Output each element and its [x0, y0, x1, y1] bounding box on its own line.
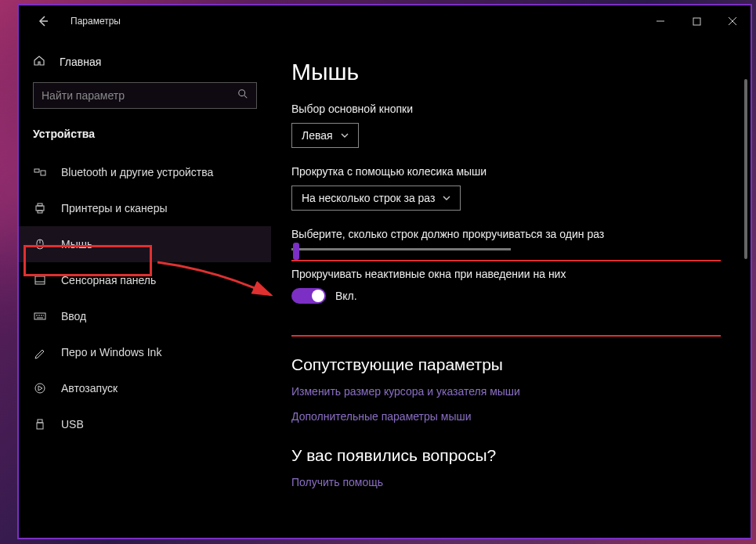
sidebar-item-printers[interactable]: Принтеры и сканеры	[19, 190, 271, 226]
chevron-down-icon	[443, 194, 450, 202]
link-get-help[interactable]: Получить помощь	[291, 476, 721, 488]
settings-window: Параметры Главная Устр	[17, 4, 752, 539]
toggle-state-label: Вкл.	[335, 290, 357, 302]
chevron-down-icon	[341, 131, 349, 139]
sidebar-item-autoplay[interactable]: Автозапуск	[19, 370, 271, 406]
lines-per-scroll-label: Выберите, сколько строк должно прокручив…	[291, 228, 721, 240]
sidebar-item-label: Сенсорная панель	[61, 274, 156, 286]
app-title: Параметры	[71, 16, 121, 27]
sidebar-item-usb[interactable]: USB	[19, 406, 271, 442]
sidebar-item-mouse[interactable]: Мышь	[19, 226, 271, 262]
home-icon	[33, 54, 45, 70]
page-title: Мышь	[291, 59, 721, 85]
scroll-method-label: Прокрутка с помощью колесика мыши	[291, 165, 721, 178]
dropdown-value: Левая	[302, 129, 333, 142]
pen-icon	[33, 345, 47, 359]
arrow-left-icon	[37, 15, 49, 27]
svg-rect-11	[38, 420, 42, 423]
bluetooth-icon	[33, 165, 47, 179]
svg-rect-3	[41, 171, 45, 175]
svg-rect-9	[34, 313, 45, 319]
sidebar-item-bluetooth[interactable]: Bluetooth и другие устройства	[19, 154, 271, 190]
sidebar-item-label: Bluetooth и другие устройства	[61, 166, 213, 178]
sidebar-item-typing[interactable]: Ввод	[19, 298, 271, 334]
svg-rect-12	[37, 423, 43, 429]
lines-slider[interactable]	[291, 248, 511, 250]
sidebar-nav: Bluetooth и другие устройства Принтеры и…	[19, 154, 271, 442]
content-area: Мышь Выбор основной кнопки Левая Прокрут…	[271, 37, 751, 538]
maximize-button[interactable]	[678, 5, 714, 37]
svg-rect-6	[38, 211, 42, 213]
inactive-scroll-label: Прокручивать неактивные окна при наведен…	[291, 268, 721, 280]
scroll-method-dropdown[interactable]: На несколько строк за раз	[291, 186, 461, 211]
sidebar-section-title: Устройства	[19, 120, 271, 154]
sidebar-home[interactable]: Главная	[19, 45, 271, 79]
minimize-button[interactable]	[642, 5, 678, 37]
maximize-icon	[693, 17, 701, 26]
questions-title: У вас появились вопросы?	[291, 446, 721, 465]
sidebar-home-label: Главная	[60, 56, 101, 68]
svg-point-10	[35, 384, 45, 393]
sidebar-item-label: Мышь	[61, 238, 92, 250]
usb-icon	[33, 417, 47, 431]
sidebar-item-touchpad[interactable]: Сенсорная панель	[19, 262, 271, 298]
search-box[interactable]	[33, 82, 257, 109]
search-icon	[237, 88, 248, 103]
primary-button-dropdown[interactable]: Левая	[291, 123, 359, 148]
toggle-knob	[312, 290, 324, 302]
touchpad-icon	[33, 273, 47, 287]
printer-icon	[33, 201, 47, 215]
close-button[interactable]	[714, 5, 751, 37]
primary-button-label: Выбор основной кнопки	[291, 103, 721, 115]
sidebar-item-label: Принтеры и сканеры	[61, 202, 167, 214]
svg-point-1	[239, 90, 245, 96]
slider-thumb[interactable]	[293, 243, 299, 260]
close-icon	[728, 16, 737, 26]
svg-rect-8	[35, 276, 45, 284]
sidebar-item-pen[interactable]: Перо и Windows Ink	[19, 334, 271, 370]
sidebar-item-label: Перо и Windows Ink	[61, 346, 161, 358]
keyboard-icon	[33, 309, 47, 323]
autoplay-icon	[33, 381, 47, 395]
dropdown-value: На несколько строк за раз	[302, 192, 435, 204]
svg-rect-4	[36, 206, 44, 211]
sidebar-item-label: Ввод	[61, 310, 86, 322]
sidebar: Главная Устройства Bluetooth и другие ус…	[19, 37, 271, 538]
window-controls	[642, 5, 751, 37]
content-scrollbar[interactable]	[744, 79, 747, 528]
search-input[interactable]	[42, 89, 237, 102]
minimize-icon	[656, 16, 665, 26]
svg-rect-2	[34, 169, 39, 172]
annotation-highlight-box: Прокручивать неактивные окна при наведен…	[291, 260, 721, 337]
inactive-scroll-toggle[interactable]	[291, 288, 326, 304]
back-button[interactable]	[33, 11, 53, 31]
scrollbar-thumb[interactable]	[744, 79, 747, 259]
related-settings-title: Сопутствующие параметры	[291, 355, 721, 374]
sidebar-item-label: USB	[61, 418, 84, 431]
sidebar-item-label: Автозапуск	[61, 382, 118, 394]
link-advanced-mouse[interactable]: Дополнительные параметры мыши	[291, 410, 721, 423]
svg-rect-5	[38, 204, 42, 206]
mouse-icon	[33, 237, 47, 251]
svg-rect-0	[693, 18, 700, 25]
link-cursor-size[interactable]: Изменить размер курсора и указателя мыши	[291, 385, 721, 398]
titlebar: Параметры	[19, 5, 751, 37]
